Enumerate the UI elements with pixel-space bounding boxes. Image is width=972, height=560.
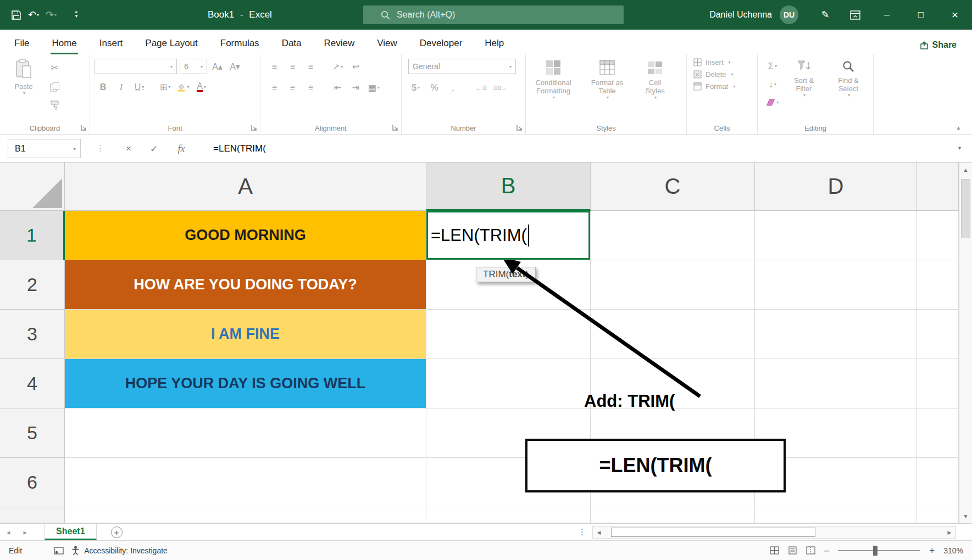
undo-button[interactable]: ↶▾ [25,5,42,25]
row-header-6[interactable]: 6 [0,458,65,507]
scroll-up-button[interactable]: ▲ [959,163,972,177]
cell-E3[interactable] [917,310,959,359]
cell-E1[interactable] [917,211,959,260]
ribbon-display-options-button[interactable] [840,0,870,30]
cell-A4[interactable]: HOPE YOUR DAY IS GOING WELL [65,359,426,408]
cell-E6[interactable] [917,458,959,507]
close-button[interactable]: × [938,0,972,30]
decrease-decimal-button[interactable]: .00→ [492,80,507,95]
tab-formulas[interactable]: Formulas [219,38,260,54]
vertical-scrollbar[interactable]: ▲ ▼ [959,163,972,523]
autosum-button[interactable]: Σ▾ [763,59,782,74]
page-break-preview-button[interactable] [806,546,815,555]
font-size-combobox[interactable]: 6 ▾ [180,59,207,74]
maximize-button[interactable]: □ [904,0,938,30]
cell-D4[interactable] [755,359,917,408]
new-sheet-button[interactable]: + [111,527,123,538]
align-top-button[interactable]: ≡ [267,59,282,74]
redo-button[interactable]: ↷▾ [43,5,59,25]
increase-indent-button[interactable]: ⇥ [348,80,363,95]
cell-C4[interactable] [591,359,755,408]
cell-D1[interactable] [755,211,917,260]
percent-style-button[interactable]: % [427,80,442,95]
row-header-7-partial[interactable] [0,507,65,523]
zoom-slider-thumb[interactable] [873,546,877,556]
cell-C7[interactable] [591,507,755,523]
search-box[interactable]: Search (Alt+Q) [363,5,624,24]
format-painter-button[interactable] [47,98,62,113]
cell-A3[interactable]: I AM FINE [65,310,426,359]
save-button[interactable] [8,5,24,25]
cut-button[interactable]: ✂ [47,60,62,75]
share-button[interactable]: Share [920,40,957,54]
zoom-level[interactable]: 310% [943,546,963,555]
bold-button[interactable]: B [96,80,110,94]
cell-A2[interactable]: HOW ARE YOU DOING TODAY? [65,260,426,310]
scroll-left-button[interactable]: ◀ [593,527,605,538]
tab-home[interactable]: Home [51,38,77,54]
cell-C5[interactable] [591,408,755,458]
user-name[interactable]: Daniel Uchenna [709,10,772,20]
page-layout-view-button[interactable] [788,546,797,555]
cell-B6[interactable] [426,458,591,507]
row-header-3[interactable]: 3 [0,310,65,359]
minimize-button[interactable]: – [870,0,904,30]
clear-button[interactable]: ▾ [763,95,782,110]
find-select-button[interactable]: Find & Select ▾ [826,54,871,122]
tab-view[interactable]: View [376,38,398,54]
underline-button[interactable]: U▾ [132,80,147,94]
align-middle-button[interactable]: ≡ [285,59,300,74]
number-format-combobox[interactable]: General ▾ [408,59,516,74]
chevron-down-icon[interactable]: ▾ [54,13,57,18]
tab-page-layout[interactable]: Page Layout [144,38,198,54]
format-cells-button[interactable]: Format ▾ [687,79,757,91]
tab-review[interactable]: Review [323,38,356,54]
horizontal-scroll-thumb[interactable] [611,528,815,537]
cell-B2[interactable] [426,260,591,310]
borders-button[interactable]: ⊞▾ [158,80,173,94]
conditional-formatting-button[interactable]: Conditional Formatting ▾ [526,54,581,122]
cell-D7[interactable] [755,507,917,523]
sheet-tab-sheet1[interactable]: Sheet1 [45,524,96,540]
cell-B7[interactable] [426,507,591,523]
previous-sheet-button[interactable]: ◂ [0,528,17,536]
macro-recording-button[interactable] [54,547,64,555]
expand-formula-bar-icon[interactable]: ▾ [958,145,961,151]
row-header-2[interactable]: 2 [0,260,65,310]
accessibility-checker-button[interactable]: Accessibility: Investigate [71,546,168,555]
sort-filter-button[interactable]: Sort & Filter ▾ [782,54,826,122]
cell-D2[interactable] [755,260,917,310]
copy-button[interactable] [47,79,62,94]
column-header-d[interactable]: D [755,163,917,211]
decrease-font-size-button[interactable]: A▾ [227,59,242,74]
cell-D6[interactable] [755,458,917,507]
format-as-table-button[interactable]: Format as Table ▾ [581,54,634,122]
column-header-b[interactable]: B [426,163,591,211]
tab-data[interactable]: Data [281,38,303,54]
chevron-down-icon[interactable]: ▾ [37,13,39,18]
normal-view-button[interactable] [770,546,779,555]
insert-cells-button[interactable]: Insert ▾ [687,54,757,66]
merge-center-button[interactable]: ▦▾ [366,80,381,95]
zoom-in-button[interactable]: + [929,545,935,556]
tab-developer[interactable]: Developer [419,38,464,54]
font-name-combobox[interactable]: ▾ [95,59,177,74]
fill-color-button[interactable]: ▾ [176,80,191,94]
row-header-1[interactable]: 1 [0,211,65,260]
tab-splitter-handle[interactable]: ⋮ [578,527,586,537]
column-header-c[interactable]: C [591,163,755,211]
scroll-down-button[interactable]: ▼ [959,509,972,523]
row-header-4[interactable]: 4 [0,359,65,408]
orientation-button[interactable]: ↗▾ [330,59,345,74]
cell-D5[interactable] [755,408,917,458]
delete-cells-button[interactable]: Delete ▾ [687,66,757,79]
cell-C3[interactable] [591,310,755,359]
cell-C6[interactable] [591,458,755,507]
cell-B5[interactable] [426,408,591,458]
customize-quick-access-button[interactable]: ▾ [68,5,85,25]
horizontal-scrollbar[interactable]: ◀ ▶ [592,526,956,539]
vertical-scroll-thumb[interactable] [961,179,970,238]
insert-function-button[interactable]: fx [173,141,190,157]
wrap-text-button[interactable]: ↩ [348,59,363,74]
enter-button[interactable]: ✓ [145,141,163,157]
